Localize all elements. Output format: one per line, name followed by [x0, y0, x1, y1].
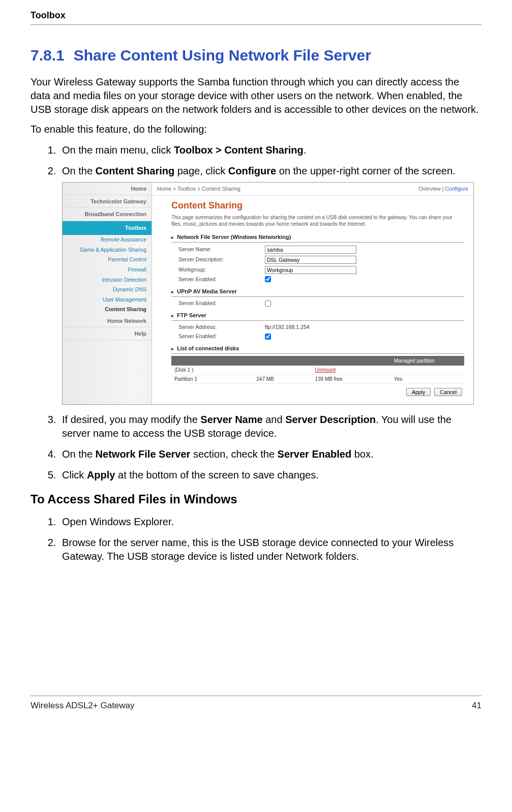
step-2-mid: page, click	[174, 165, 228, 176]
step-4-mid: section, check the	[190, 448, 277, 460]
server-desc-input[interactable]	[265, 256, 356, 264]
step-3-mid: and	[263, 414, 285, 425]
sub-heading: To Access Shared Files in Windows	[31, 491, 481, 507]
step-1-text: On the main menu, click	[62, 144, 174, 156]
group-upnp-heading: UPnP AV Media Server	[171, 287, 464, 297]
step-2-post: on the upper-right corner of the screen.	[276, 165, 455, 176]
nav-home-network[interactable]: Home Network	[63, 315, 152, 327]
col-managed-partition: Managed partition	[391, 356, 464, 366]
breadcrumb-bar: Home > Toolbox > Content Sharing Overvie…	[152, 183, 473, 196]
step-5-pre: Click	[62, 469, 87, 480]
nav-intrusion-detection[interactable]: Intrusion Detection	[63, 275, 152, 285]
section-heading: 7.8.1Share Content Using Network File Se…	[31, 45, 481, 66]
lead-paragraph: To enable this feature, do the following…	[31, 123, 481, 136]
nav-parental-control[interactable]: Parental Control	[63, 255, 152, 265]
step-4: On the Network File Server section, chec…	[59, 447, 481, 461]
step-5-post: at the bottom of the screen to save chan…	[115, 469, 318, 480]
group-nfs-heading: Network File Server (Windows Networking)	[171, 232, 464, 243]
page-header: Toolbox	[31, 9, 481, 25]
step-3-b2: Server Description	[285, 414, 376, 425]
group-ftp-heading: FTP Server	[171, 311, 464, 321]
intro-paragraph: Your Wireless Gateway supports the Samba…	[31, 75, 481, 116]
step-1-post: .	[304, 144, 307, 156]
disks-table: Managed partition (Disk 1 ) Unmount Part…	[171, 356, 464, 384]
upnp-enabled-checkbox[interactable]	[265, 300, 271, 307]
step-5-b1: Apply	[87, 469, 115, 480]
sidebar: Home Technicolor Gateway Broadband Conne…	[63, 183, 152, 404]
server-name-input[interactable]	[265, 246, 356, 254]
unmount-link[interactable]: Unmount	[315, 367, 336, 373]
upnp-enabled-label: Server Enabled:	[178, 300, 265, 307]
nfs-enabled-label: Server Enabled:	[178, 276, 265, 283]
step-3: If desired, you may modify the Server Na…	[59, 413, 481, 440]
section-number: 7.8.1	[31, 47, 65, 64]
step-4-b1: Network File Server	[96, 448, 191, 460]
nav-game-app-sharing[interactable]: Game & Application Sharing	[63, 245, 152, 255]
step-2-b2: Configure	[228, 165, 276, 176]
breadcrumb: Home > Toolbox > Content Sharing	[157, 186, 240, 193]
ftp-addr-value: ftp://192.168.1.254	[265, 324, 310, 331]
apply-button[interactable]: Apply	[406, 388, 431, 396]
group-disks-heading: List of connected disks	[171, 344, 464, 354]
panel-title: Content Sharing	[171, 200, 464, 212]
view-links: Overview | Configure	[418, 186, 468, 193]
steps-list: On the main menu, click Toolbox > Conten…	[59, 143, 481, 482]
workgroup-label: Workgroup:	[178, 266, 265, 274]
step-2-pre: On the	[62, 165, 96, 176]
ftp-enabled-checkbox[interactable]	[265, 334, 271, 340]
nav-help[interactable]: Help	[63, 327, 152, 340]
step-5: Click Apply at the bottom of the screen …	[59, 468, 481, 482]
section-title: Share Content Using Network File Server	[74, 47, 371, 64]
ftp-enabled-label: Server Enabled:	[178, 333, 265, 340]
step-4-b2: Server Enabled	[278, 448, 352, 460]
win-step-1: Open Windows Explorer.	[59, 515, 481, 529]
nav-remote-assistance[interactable]: Remote Assistance	[63, 235, 152, 245]
nav-firewall[interactable]: Firewall	[63, 265, 152, 275]
overview-link[interactable]: Overview	[418, 186, 441, 192]
nav-broadband-connection[interactable]: Broadband Connection	[63, 208, 152, 221]
step-3-pre: If desired, you may modify the	[62, 414, 200, 425]
page-number: 41	[472, 700, 481, 712]
step-1-bold: Toolbox > Content Sharing	[174, 144, 304, 156]
screenshot-content-sharing: Home Technicolor Gateway Broadband Conne…	[62, 182, 474, 405]
nav-toolbox[interactable]: Toolbox	[63, 221, 152, 235]
windows-steps-list: Open Windows Explorer. Browse for the se…	[59, 515, 481, 563]
step-2-b1: Content Sharing	[96, 165, 175, 176]
partition-managed: Yes	[391, 375, 464, 384]
nav-dynamic-dns[interactable]: Dynamic DNS	[63, 285, 152, 295]
partition-size: 247 MB	[253, 375, 312, 384]
partition-free: 139 MB free	[312, 375, 391, 384]
server-desc-label: Server Description:	[178, 256, 265, 263]
win-step-2: Browse for the server name, this is the …	[59, 536, 481, 563]
page-footer: Wireless ADSL2+ Gateway 41	[31, 696, 481, 712]
nfs-enabled-checkbox[interactable]	[265, 276, 271, 282]
step-3-b1: Server Name	[200, 414, 262, 425]
ftp-addr-label: Server Address:	[178, 324, 265, 331]
nav-content-sharing[interactable]: Content Sharing	[63, 305, 152, 315]
footer-left: Wireless ADSL2+ Gateway	[31, 700, 135, 712]
server-name-label: Server Name:	[178, 246, 265, 253]
step-1: On the main menu, click Toolbox > Conten…	[59, 143, 481, 157]
step-2: On the Content Sharing page, click Confi…	[59, 164, 481, 405]
nav-technicolor-gateway[interactable]: Technicolor Gateway	[63, 195, 152, 208]
nav-user-management[interactable]: User Management	[63, 295, 152, 305]
step-4-post: box.	[351, 448, 373, 460]
workgroup-input[interactable]	[265, 266, 356, 274]
table-row: (Disk 1 ) Unmount	[171, 366, 464, 375]
cancel-button[interactable]: Cancel	[434, 388, 462, 396]
panel-description: This page summarizes the configuration f…	[171, 214, 464, 227]
partition-name: Partition 1	[171, 375, 253, 384]
nav-home[interactable]: Home	[63, 183, 152, 195]
disk-name: (Disk 1 )	[171, 366, 253, 375]
table-row: Partition 1 247 MB 139 MB free Yes	[171, 375, 464, 384]
configure-link[interactable]: Configure	[445, 186, 468, 192]
step-4-pre: On the	[62, 448, 96, 460]
